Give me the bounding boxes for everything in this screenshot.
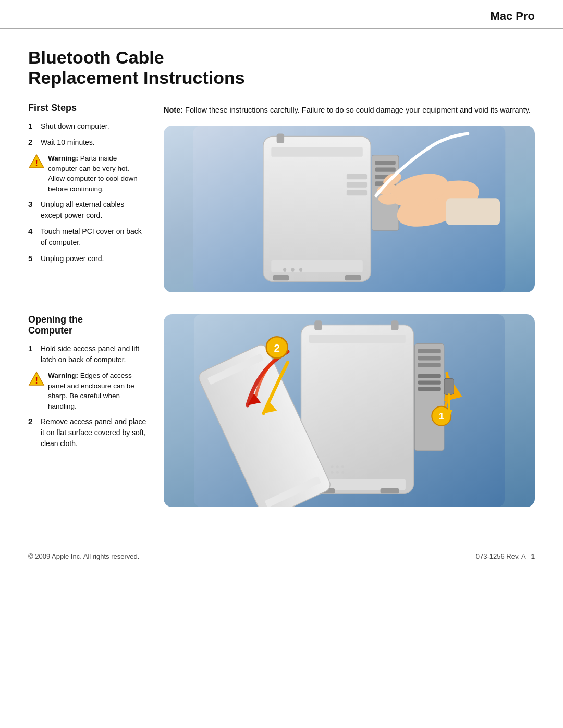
svg-text:!: ! [35, 158, 38, 168]
first-steps-left: First Steps 1 Shut down computer. 2 Wait… [28, 103, 153, 304]
brand-name: Mac Pro [490, 9, 535, 23]
svg-rect-7 [347, 182, 367, 187]
opening-heading: Opening the Computer [28, 314, 148, 336]
svg-rect-6 [347, 174, 367, 179]
step-number-2: 2 [28, 137, 41, 146]
page-header: Mac Pro [0, 0, 563, 29]
svg-point-43 [331, 465, 334, 468]
svg-rect-15 [345, 275, 361, 280]
doc-info: 073-1256 Rev. A 1 [476, 552, 535, 560]
step-3: 3 Unplug all external cables except powe… [28, 199, 143, 221]
svg-text:2: 2 [274, 342, 280, 354]
svg-rect-35 [418, 356, 441, 360]
svg-point-48 [341, 471, 344, 474]
svg-rect-4 [277, 133, 284, 143]
step-number-4: 4 [28, 226, 41, 236]
step-number-1: 1 [28, 121, 41, 130]
step-4: 4 Touch metal PCI cover on back of compu… [28, 226, 143, 248]
illustration-first-steps [164, 126, 535, 292]
warning-icon-2: ! [28, 371, 48, 389]
illustration-opening: 1 2 [164, 314, 535, 507]
brand-logo: Mac Pro [487, 9, 535, 23]
svg-rect-3 [263, 137, 371, 282]
step-number-3: 3 [28, 199, 41, 208]
svg-text:1: 1 [439, 411, 444, 422]
svg-rect-30 [314, 320, 322, 330]
warning-text-1: Warning: Parts inside computer can be ve… [48, 153, 143, 194]
opening-left: Opening the Computer 1 Hold side access … [28, 314, 153, 519]
page-body: Bluetooth Cable Replacement Instructions… [0, 29, 563, 539]
step-2: 2 Wait 10 minutes. [28, 137, 143, 148]
svg-point-47 [336, 471, 339, 474]
page-title: Bluetooth Cable Replacement Instructions [28, 47, 535, 88]
first-steps-section: First Steps 1 Shut down computer. 2 Wait… [28, 103, 535, 304]
step-text-2: Wait 10 minutes. [41, 137, 143, 148]
title-block: Bluetooth Cable Replacement Instructions [28, 47, 535, 88]
svg-rect-5 [271, 147, 362, 157]
svg-point-46 [331, 471, 334, 474]
svg-rect-8 [347, 190, 367, 195]
opening-step-text-2: Remove access panel and place it on flat… [41, 416, 148, 449]
copyright-text: © 2009 Apple Inc. All rights reserved. [28, 552, 139, 560]
opening-section: Opening the Computer 1 Hold side access … [28, 314, 535, 519]
warning-icon-1: ! [28, 153, 48, 171]
svg-rect-32 [309, 335, 406, 343]
step-text-3: Unplug all external cables except power … [41, 199, 143, 221]
step-text-5: Unplug power cord. [41, 253, 143, 264]
svg-rect-14 [273, 275, 289, 280]
step-text-1: Shut down computer. [41, 121, 143, 132]
svg-rect-58 [444, 378, 454, 394]
opening-step-text-1: Hold side access panel and lift latch on… [41, 343, 148, 365]
warning-text-2: Warning: Edges of access panel and enclo… [48, 371, 148, 411]
opening-right: 1 2 [164, 314, 535, 519]
note-block: Note: Follow these instructions carefull… [164, 103, 535, 116]
step-1: 1 Shut down computer. [28, 121, 143, 132]
svg-rect-36 [418, 363, 441, 367]
opening-step-number-1: 1 [28, 343, 41, 353]
step-text-4: Touch metal PCI cover on back of compute… [41, 226, 143, 248]
opening-step-2: 2 Remove access panel and place it on fl… [28, 416, 148, 449]
svg-point-19 [299, 268, 302, 271]
svg-text:!: ! [35, 376, 38, 386]
first-steps-heading: First Steps [28, 103, 143, 114]
svg-rect-38 [418, 380, 441, 384]
svg-rect-10 [375, 161, 396, 165]
svg-rect-37 [418, 374, 441, 378]
svg-rect-11 [375, 167, 396, 171]
svg-rect-34 [418, 349, 441, 353]
opening-step-number-2: 2 [28, 416, 41, 426]
svg-rect-25 [446, 198, 500, 225]
svg-point-17 [283, 268, 286, 271]
svg-rect-39 [418, 387, 441, 391]
svg-rect-42 [381, 488, 399, 493]
svg-point-44 [336, 465, 339, 468]
warning-1: ! Warning: Parts inside computer can be … [28, 153, 143, 194]
warning-2: ! Warning: Edges of access panel and enc… [28, 371, 148, 411]
step-5: 5 Unplug power cord. [28, 253, 143, 264]
page-footer: © 2009 Apple Inc. All rights reserved. 0… [0, 545, 563, 567]
svg-point-18 [291, 268, 295, 271]
step-number-5: 5 [28, 253, 41, 263]
svg-point-45 [341, 465, 344, 468]
opening-step-1: 1 Hold side access panel and lift latch … [28, 343, 148, 365]
first-steps-right: Note: Follow these instructions carefull… [164, 103, 535, 304]
svg-rect-31 [391, 320, 398, 330]
